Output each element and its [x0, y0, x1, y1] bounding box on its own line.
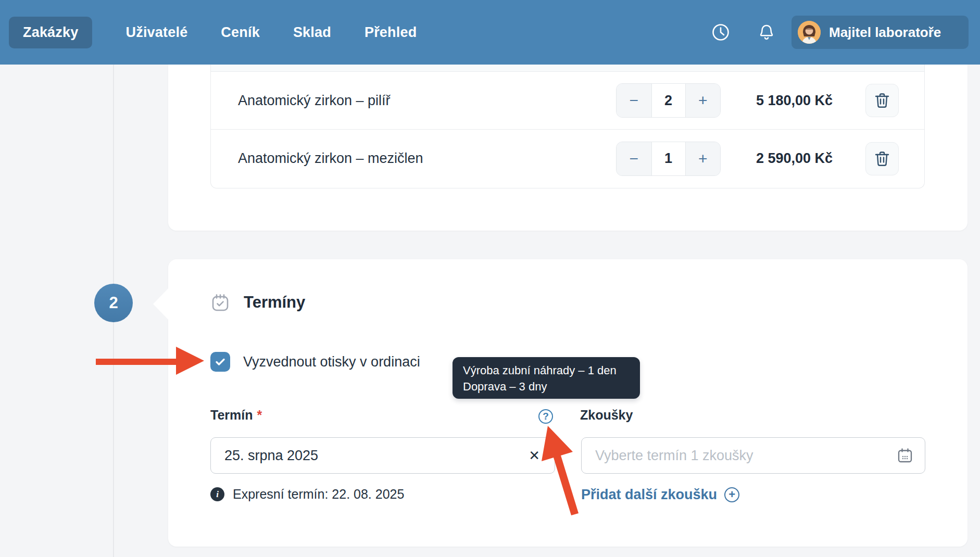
required-asterisk: *: [257, 408, 262, 422]
nav-tabs: Zakázky Uživatelé Ceník Sklad Přehled: [0, 17, 417, 48]
express-note-text: Expresní termín: 22. 08. 2025: [233, 487, 404, 502]
nav-right-cluster: Majitel laboratoře: [688, 0, 980, 65]
increase-button[interactable]: +: [686, 84, 721, 117]
section-title: Termíny: [244, 293, 305, 312]
nav-tab-cenik[interactable]: Ceník: [221, 24, 260, 41]
price-value: 5 180,00 Kč: [756, 72, 833, 129]
termin-date-value[interactable]: [211, 438, 523, 473]
pickup-checkbox-label[interactable]: Vyzvednout otisky v ordinaci: [243, 352, 420, 372]
check-icon: [214, 356, 227, 368]
tooltip: Výroba zubní náhrady – 1 den Doprava – 3…: [453, 357, 640, 399]
product-name: Anatomický zirkon – mezičlen: [238, 130, 423, 187]
quantity-stepper: − 2 +: [616, 83, 721, 118]
add-zkouska-link[interactable]: Přidat další zkoušku +: [581, 487, 739, 503]
clear-date-icon[interactable]: ✕: [523, 448, 555, 464]
step-number-badge: 2: [94, 284, 133, 322]
quantity-stepper: − 1 +: [616, 142, 721, 176]
pickup-checkbox[interactable]: [210, 352, 230, 372]
add-zkouska-label[interactable]: Přidat další zkoušku: [581, 487, 717, 503]
trash-icon: [875, 93, 889, 108]
nav-tab-prehled[interactable]: Přehled: [365, 24, 417, 41]
termin-date-input[interactable]: ✕: [210, 437, 555, 474]
user-menu[interactable]: Majitel laboratoře: [791, 16, 969, 49]
nav-tab-uzivatele[interactable]: Uživatelé: [125, 24, 187, 41]
avatar: [798, 21, 821, 44]
zkousky-date-input[interactable]: [581, 437, 925, 474]
tooltip-line-2: Doprava – 3 dny: [463, 378, 630, 395]
delete-row-button[interactable]: [865, 84, 899, 117]
table-row: Anatomický zirkon – pilíř − 2 + 5 180,00…: [211, 72, 924, 130]
product-name: Anatomický zirkon – pilíř: [238, 72, 391, 129]
top-navbar: Zakázky Uživatelé Ceník Sklad Přehled: [0, 0, 980, 65]
quantity-value: 2: [651, 84, 686, 117]
nav-tab-sklad[interactable]: Sklad: [293, 24, 331, 41]
calendar-icon[interactable]: [891, 447, 925, 464]
help-icon[interactable]: ?: [538, 409, 553, 424]
delete-row-button[interactable]: [865, 142, 899, 175]
nav-tab-zakazky[interactable]: Zakázky: [9, 17, 92, 48]
increase-button[interactable]: +: [686, 142, 721, 175]
termin-label-text: Termín: [210, 408, 253, 422]
price-value: 2 590,00 Kč: [756, 130, 833, 187]
trash-icon: [875, 151, 889, 167]
decrease-button[interactable]: −: [617, 142, 651, 175]
products-table: Anatomický zirkon – pilíř − 2 + 5 180,00…: [210, 65, 925, 188]
page: Zakázky Uživatelé Ceník Sklad Přehled: [0, 0, 980, 557]
notifications-bell-icon[interactable]: [757, 23, 776, 42]
express-note-row: i Expresní termín: 22. 08. 2025: [210, 487, 404, 502]
plus-circle-icon[interactable]: +: [724, 487, 739, 502]
table-row-partial: [211, 65, 924, 72]
tooltip-line-1: Výroba zubní náhrady – 1 den: [463, 362, 630, 378]
termin-label: Termín*: [210, 408, 262, 423]
card-notch: [153, 288, 168, 320]
section-header: Termíny: [210, 293, 305, 312]
info-icon: i: [210, 487, 224, 501]
table-row: Anatomický zirkon – mezičlen − 1 + 2 590…: [211, 130, 924, 187]
user-name: Majitel laboratoře: [829, 24, 941, 41]
history-clock-icon[interactable]: [711, 23, 730, 42]
terminy-card: Termíny Vyzvednout otisky v ordinaci Výr…: [168, 259, 968, 547]
calendar-check-icon: [210, 293, 230, 312]
zkousky-label: Zkoušky: [580, 408, 633, 423]
zkousky-date-field[interactable]: [582, 438, 891, 473]
products-card: Anatomický zirkon – pilíř − 2 + 5 180,00…: [168, 65, 968, 231]
decrease-button[interactable]: −: [617, 84, 651, 117]
quantity-value: 1: [651, 142, 686, 175]
